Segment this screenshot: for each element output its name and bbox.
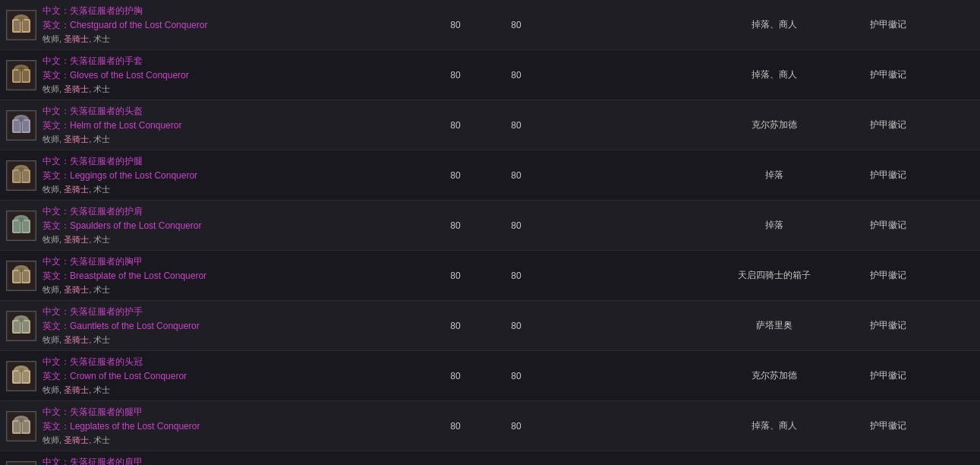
item-level1: 80 — [425, 20, 486, 30]
item-table: 中文：失落征服者的护胸 英文：Chestguard of the Lost Co… — [0, 0, 980, 465]
item-level1: 80 — [425, 70, 486, 81]
item-text: 中文：失落征服者的腿甲 英文：Legplates of the Lost Con… — [43, 406, 200, 446]
svg-point-27 — [18, 167, 24, 172]
table-row: 中文：失落征服者的手套 英文：Gloves of the Lost Conque… — [0, 50, 980, 100]
svg-rect-53 — [23, 372, 29, 382]
table-row: 中文：失落征服者的护腿 英文：Leggings of the Lost Conq… — [0, 150, 980, 201]
svg-point-48 — [18, 318, 24, 322]
item-zh-name: 中文：失落征服者的护手 — [43, 305, 200, 318]
item-col: 中文：失落征服者的头冠 英文：Crown of the Lost Conquer… — [0, 351, 425, 400]
item-text: 中文：失落征服者的肩甲 英文：Mantle of the Lost Conque… — [43, 456, 187, 465]
item-level2: 80 — [486, 70, 547, 81]
svg-rect-3 — [14, 21, 20, 31]
item-zh-name: 中文：失落征服者的肩甲 — [43, 456, 187, 465]
item-text: 中文：失落征服者的手套 英文：Gloves of the Lost Conque… — [43, 55, 189, 95]
item-zh-name: 中文：失落征服者的头冠 — [43, 356, 187, 369]
table-row: 中文：失落征服者的头盔 英文：Helm of the Lost Conquero… — [0, 100, 980, 150]
item-tag: 护甲徽记 — [850, 169, 926, 182]
svg-rect-11 — [23, 71, 29, 81]
item-zh-name: 中文：失落征服者的护腿 — [43, 155, 197, 168]
item-zh-name: 中文：失落征服者的胸甲 — [43, 255, 206, 268]
svg-rect-24 — [14, 171, 20, 182]
item-tag: 护甲徽记 — [850, 319, 926, 332]
item-level2: 80 — [486, 421, 547, 432]
item-en-name: 英文：Chestguard of the Lost Conqueror — [43, 19, 207, 32]
item-icon — [6, 411, 36, 441]
item-zh-name: 中文：失落征服者的头盔 — [43, 105, 181, 118]
table-row: 中文：失落征服者的肩甲 英文：Mantle of the Lost Conque… — [0, 451, 980, 465]
svg-point-55 — [18, 368, 24, 372]
item-text: 中文：失落征服者的护腿 英文：Leggings of the Lost Conq… — [43, 155, 197, 195]
item-en-name: 英文：Crown of the Lost Conqueror — [43, 370, 187, 383]
item-zh-name: 中文：失落征服者的护肩 — [43, 205, 201, 218]
item-en-name: 英文：Breastplate of the Lost Conqueror — [43, 270, 206, 283]
item-icon — [6, 160, 36, 191]
item-tag: 护甲徽记 — [850, 68, 926, 81]
item-source: 掉落 — [698, 169, 850, 182]
item-en-name: 英文：Helm of the Lost Conqueror — [43, 119, 181, 132]
item-level2: 80 — [486, 20, 547, 30]
item-classes: 牧师, 圣骑士, 术士 — [43, 84, 189, 95]
svg-rect-38 — [14, 271, 20, 282]
item-source: 克尔苏加德 — [698, 119, 850, 131]
item-col: 中文：失落征服者的护腿 英文：Leggings of the Lost Conq… — [0, 150, 425, 200]
item-level1: 80 — [425, 371, 486, 381]
item-tag: 护甲徽记 — [850, 269, 926, 282]
item-col: 中文：失落征服者的护胸 英文：Chestguard of the Lost Co… — [0, 0, 425, 49]
svg-point-20 — [18, 117, 24, 122]
item-icon — [6, 110, 36, 141]
item-level2: 80 — [486, 220, 547, 231]
item-level1: 80 — [425, 270, 486, 281]
svg-rect-46 — [23, 321, 29, 332]
table-row: 中文：失落征服者的护胸 英文：Chestguard of the Lost Co… — [0, 0, 980, 50]
item-source: 掉落 — [698, 219, 850, 232]
item-text: 中文：失落征服者的护胸 英文：Chestguard of the Lost Co… — [43, 5, 207, 45]
svg-rect-52 — [14, 372, 20, 382]
item-col: 中文：失落征服者的护手 英文：Gauntlets of the Lost Con… — [0, 301, 425, 350]
table-row: 中文：失落征服者的护手 英文：Gauntlets of the Lost Con… — [0, 301, 980, 351]
item-text: 中文：失落征服者的护手 英文：Gauntlets of the Lost Con… — [43, 305, 200, 346]
svg-rect-25 — [23, 171, 29, 182]
item-source: 天启四骑士的箱子 — [698, 269, 850, 282]
item-icon — [6, 361, 36, 391]
item-source: 掉落、商人 — [698, 68, 850, 81]
item-source: 掉落、商人 — [698, 419, 850, 432]
item-classes: 牧师, 圣骑士, 术士 — [43, 284, 206, 296]
item-icon — [6, 311, 36, 341]
item-en-name: 英文：Legplates of the Lost Conqueror — [43, 420, 200, 433]
table-row: 中文：失落征服者的头冠 英文：Crown of the Lost Conquer… — [0, 351, 980, 401]
item-zh-name: 中文：失落征服者的护胸 — [43, 5, 207, 17]
item-col: 中文：失落征服者的胸甲 英文：Breastplate of the Lost C… — [0, 251, 425, 300]
item-level2: 80 — [486, 371, 547, 381]
svg-rect-31 — [14, 221, 20, 232]
svg-rect-63 — [8, 463, 35, 466]
item-text: 中文：失落征服者的头盔 英文：Helm of the Lost Conquero… — [43, 105, 181, 145]
svg-point-41 — [18, 267, 24, 272]
item-level2: 80 — [486, 120, 547, 131]
item-level2: 80 — [486, 270, 547, 281]
item-text: 中文：失落征服者的胸甲 英文：Breastplate of the Lost C… — [43, 255, 206, 296]
item-source: 萨塔里奥 — [698, 319, 850, 332]
item-zh-name: 中文：失落征服者的手套 — [43, 55, 189, 68]
svg-point-6 — [18, 17, 24, 21]
item-tag: 护甲徽记 — [850, 18, 926, 31]
item-col: 中文：失落征服者的肩甲 英文：Mantle of the Lost Conque… — [0, 451, 425, 465]
svg-point-62 — [18, 418, 24, 422]
item-source: 克尔苏加德 — [698, 369, 850, 382]
item-classes: 牧师, 圣骑士, 术士 — [43, 184, 197, 195]
item-col: 中文：失落征服者的腿甲 英文：Legplates of the Lost Con… — [0, 401, 425, 451]
item-en-name: 英文：Gauntlets of the Lost Conqueror — [43, 320, 200, 333]
table-row: 中文：失落征服者的腿甲 英文：Legplates of the Lost Con… — [0, 401, 980, 451]
item-tag: 护甲徽记 — [850, 219, 926, 232]
item-classes: 牧师, 圣骑士, 术士 — [43, 334, 200, 346]
table-row: 中文：失落征服者的胸甲 英文：Breastplate of the Lost C… — [0, 251, 980, 301]
item-level2: 80 — [486, 170, 547, 181]
item-classes: 牧师, 圣骑士, 术士 — [43, 234, 201, 245]
item-level1: 80 — [425, 120, 486, 131]
item-tag: 护甲徽记 — [850, 119, 926, 131]
svg-rect-18 — [23, 121, 29, 131]
svg-rect-10 — [14, 71, 20, 81]
item-level1: 80 — [425, 421, 486, 432]
item-level1: 80 — [425, 170, 486, 181]
item-en-name: 英文：Leggings of the Lost Conqueror — [43, 169, 197, 182]
